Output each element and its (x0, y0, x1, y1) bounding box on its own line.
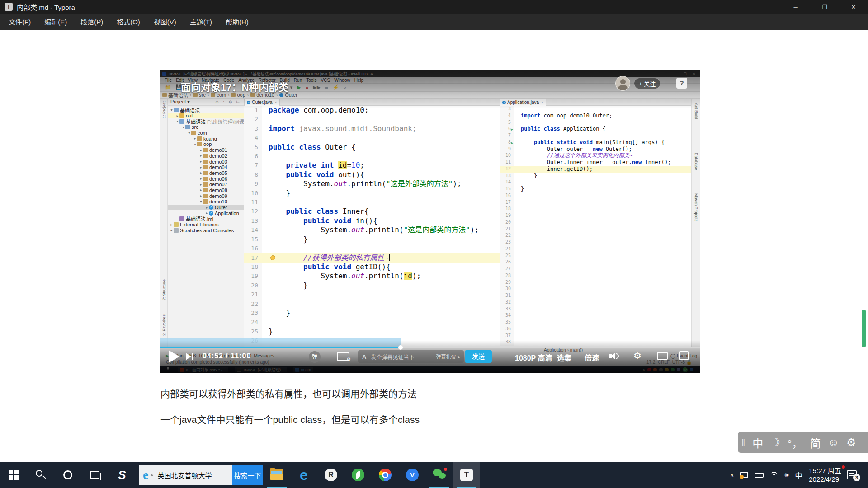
tab-application-java[interactable]: c Application.java × (500, 99, 546, 106)
player-settings-icon[interactable]: ⚙ (633, 350, 642, 361)
chrome-icon[interactable] (372, 462, 399, 488)
run-config-dropdown[interactable]: ▾ (290, 84, 293, 90)
volume-tray-icon[interactable]: 🕪 (784, 471, 788, 479)
run-icon[interactable]: ▶ (297, 84, 301, 90)
profiler-icon[interactable]: ⚡ (333, 84, 339, 90)
next-episode-button[interactable] (186, 353, 195, 360)
danmaku-toggle[interactable]: 弹 (309, 351, 321, 363)
tool-button-maven[interactable]: Maven Projects (694, 193, 698, 221)
tree-item-demo06[interactable]: ▸demo06 (168, 176, 244, 182)
embedded-video-player[interactable]: JavaSE [F:\班级管理\网课班\代码\JavaSE] - ...\基础语… (160, 70, 700, 373)
debug-icon[interactable]: ● (306, 85, 309, 90)
tree-item-demo08[interactable]: ▸demo08 (168, 188, 244, 193)
open-folder-icon[interactable]: 📁 (165, 84, 171, 90)
danmaku-settings-icon[interactable]: ⚙ (337, 352, 349, 361)
tree-item-基础语法[interactable]: ▾基础语法 F:\班级管理\网课班\代码\Ja (168, 118, 244, 124)
intention-bulb-icon[interactable] (270, 255, 275, 260)
tree-item-demo05[interactable]: ▸demo05 (168, 170, 244, 176)
input-app-icon[interactable]: S (108, 462, 136, 488)
tree-item-demo04[interactable]: ▸demo04 (168, 164, 244, 170)
menu-段落(P)[interactable]: 段落(P) (74, 14, 110, 30)
notes-app-icon[interactable] (344, 462, 372, 488)
ime-item-°，[interactable]: °， (788, 435, 803, 450)
tree-item-Application[interactable]: ▸cApplication (168, 210, 244, 216)
tool-button-project[interactable]: 1: Project (162, 101, 166, 118)
ime-item-中[interactable]: 中 (752, 435, 763, 450)
stop-icon[interactable]: ■ (325, 85, 328, 90)
tree-item-src[interactable]: ▾src (168, 124, 244, 130)
tray-expand-icon[interactable]: ∧ (730, 472, 734, 478)
tree-item-oop[interactable]: ▾oop (168, 141, 244, 147)
tab-close-icon[interactable]: × (541, 100, 543, 105)
idea-menu-tools[interactable]: Tools (306, 78, 316, 83)
tree-item-demo07[interactable]: ▸demo07 (168, 182, 244, 188)
tree-item-demo03[interactable]: ▸demo03 (168, 159, 244, 164)
tree-item-demo10[interactable]: ▾demo10 (168, 199, 244, 205)
tree-item-out[interactable]: ▸out (168, 113, 244, 119)
taskbar-clock[interactable]: 15:27 周五 2022/4/29 (809, 466, 841, 483)
episodes-button[interactable]: 选集 (557, 352, 571, 363)
danmaku-input[interactable]: A 发个弹幕见证当下 弹幕礼仪 > (358, 350, 464, 363)
idea-menu-run[interactable]: Run (294, 78, 302, 83)
edge-icon[interactable]: e (290, 462, 317, 488)
paragraph[interactable]: 内部类可以获得外部类的私有属性，也可以调用外部类的方法 (160, 386, 703, 400)
project-panel-icons[interactable]: ⊙ ÷ ⚙ ⊢ (215, 100, 241, 104)
ime-indicator[interactable]: 中 (795, 469, 802, 481)
wechat-icon[interactable] (426, 462, 453, 488)
ime-item-简[interactable]: 简 (810, 435, 821, 450)
minimize-button[interactable]: ─ (781, 0, 810, 14)
progress-bar[interactable] (160, 347, 700, 348)
danmaku-style-icon[interactable]: A (362, 353, 366, 360)
tool-button-structure[interactable]: 7: Structure (162, 279, 166, 300)
tab-close-icon[interactable]: × (275, 100, 277, 105)
typora-taskbar-icon[interactable]: T (453, 462, 480, 488)
tree-item-demo01[interactable]: ▸demo01 (168, 147, 244, 153)
follow-button[interactable]: + 关注 (634, 78, 660, 89)
tree-item-kuang[interactable]: ▸kuang (168, 136, 244, 141)
menu-格式(O)[interactable]: 格式(O) (110, 14, 147, 30)
search-everywhere-icon[interactable]: ⌕ (344, 84, 346, 90)
battery-icon[interactable] (755, 473, 764, 478)
blue-app-icon[interactable]: V (399, 462, 426, 488)
widget-search-button[interactable]: 搜索一下 (232, 465, 263, 485)
tree-item-基础语法[interactable]: ▾基础语法 (168, 107, 244, 113)
tree-item-Outer[interactable]: ▸cOuter (168, 205, 244, 211)
ime-grip[interactable]: ‖ (741, 437, 745, 448)
uploader-avatar[interactable] (615, 76, 630, 91)
scrollbar-thumb[interactable] (862, 310, 866, 347)
coverage-icon[interactable]: ▶▶ (313, 84, 321, 90)
close-button[interactable]: ✕ (839, 0, 868, 14)
menu-主题(T)[interactable]: 主题(T) (183, 14, 219, 30)
tree-item-External Libraries[interactable]: ▸External Libraries (168, 222, 244, 228)
action-center-icon[interactable]: 3 (847, 470, 857, 479)
danmaku-etiquette-link[interactable]: 弹幕礼仪 > (436, 353, 460, 360)
ime-toolbar[interactable]: ‖ 中☽°，简☺⚙ (738, 432, 868, 453)
tool-button-ant[interactable]: Ant Build (694, 103, 698, 119)
ime-item-⚙[interactable]: ⚙ (846, 436, 856, 449)
tree-item-基础语法.iml[interactable]: 基础语法.iml (168, 216, 244, 222)
idea-menu-window[interactable]: Window (334, 78, 350, 83)
progress-knob[interactable] (398, 345, 403, 350)
menu-编辑(E)[interactable]: 编辑(E) (38, 14, 74, 30)
task-view-icon[interactable] (81, 462, 108, 488)
menu-视图(V)[interactable]: 视图(V) (147, 14, 183, 30)
tab-outer-java[interactable]: c Outer.java × (244, 99, 280, 106)
ime-item-☽[interactable]: ☽ (770, 436, 780, 449)
play-button[interactable] (169, 350, 179, 363)
tree-item-com[interactable]: ▾com (168, 130, 244, 136)
tool-button-database[interactable]: Database (694, 153, 698, 170)
menu-帮助(H)[interactable]: 帮助(H) (219, 14, 255, 30)
quality-button[interactable]: 1080P 高清 (515, 352, 552, 363)
news-search-widget[interactable]: e 英国北安普顿大学 搜索一下 (139, 465, 263, 485)
file-explorer-icon[interactable] (263, 462, 290, 488)
r-app-icon[interactable]: R (317, 462, 344, 488)
maximize-button[interactable]: ❐ (810, 0, 839, 14)
fullscreen-icon[interactable] (679, 351, 689, 360)
editor-outer-java[interactable]: 1package com.oop.demo10;23import javax.s… (244, 106, 500, 347)
idea-menu-help[interactable]: Help (354, 78, 364, 83)
start-button[interactable] (0, 462, 27, 488)
tool-button-favorites[interactable]: 2: Favorites (162, 314, 166, 336)
speed-button[interactable]: 倍速 (585, 352, 599, 363)
send-danmaku-button[interactable]: 发送 (465, 350, 492, 363)
menu-文件(F)[interactable]: 文件(F) (2, 14, 38, 30)
